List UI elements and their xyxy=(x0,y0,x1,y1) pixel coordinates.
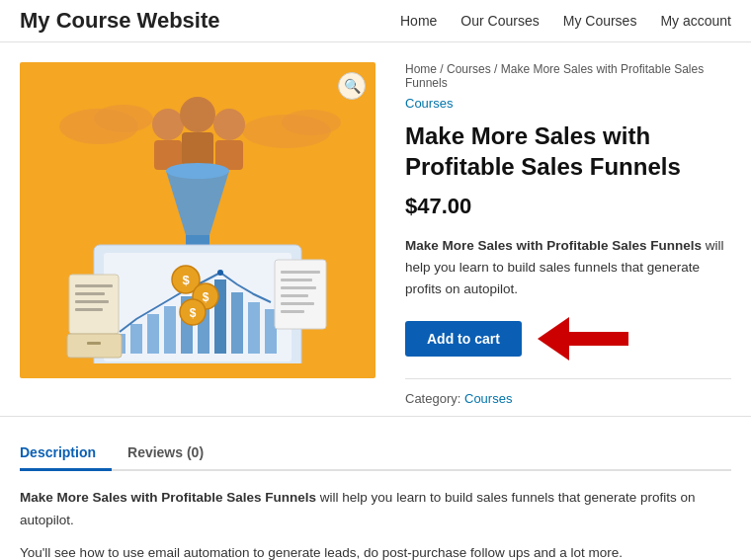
svg-rect-38 xyxy=(75,292,105,295)
svg-point-4 xyxy=(282,110,341,135)
svg-rect-20 xyxy=(147,314,159,354)
product-title: Make More Sales with Profitable Sales Fu… xyxy=(405,120,731,182)
svg-rect-46 xyxy=(281,286,316,289)
nav-home[interactable]: Home xyxy=(400,13,437,29)
svg-rect-44 xyxy=(281,271,320,274)
svg-rect-41 xyxy=(67,334,122,358)
svg-point-29 xyxy=(217,270,223,276)
category-label: Category: xyxy=(405,391,460,406)
svg-rect-49 xyxy=(281,310,304,313)
svg-text:$: $ xyxy=(182,273,190,287)
breadcrumb-home[interactable]: Home xyxy=(405,62,437,76)
breadcrumb: Home / Courses / Make More Sales with Pr… xyxy=(405,62,731,90)
product-description-bold: Make More Sales with Profitable Sales Fu… xyxy=(405,238,702,253)
svg-rect-37 xyxy=(75,284,113,287)
nav-my-courses[interactable]: My Courses xyxy=(563,13,637,29)
svg-rect-26 xyxy=(248,302,260,354)
arrow-head xyxy=(538,317,569,360)
svg-rect-8 xyxy=(182,132,213,166)
tab-description-content: Make More Sales with Profitable Sales Fu… xyxy=(20,487,731,560)
tabs-bar: Description Reviews (0) xyxy=(20,437,731,471)
svg-point-13 xyxy=(166,163,229,179)
svg-rect-45 xyxy=(281,279,312,281)
tab-reviews[interactable]: Reviews (0) xyxy=(127,437,219,471)
svg-text:$: $ xyxy=(203,290,209,304)
magnify-icon[interactable]: 🔍 xyxy=(338,72,366,100)
product-image-container: 🔍 xyxy=(20,62,376,406)
add-to-cart-row: Add to cart xyxy=(405,317,731,360)
product-details: Home / Courses / Make More Sales with Pr… xyxy=(405,62,731,406)
svg-rect-40 xyxy=(75,308,103,311)
add-to-cart-button[interactable]: Add to cart xyxy=(405,321,522,357)
site-header: My Course Website Home Our Courses My Co… xyxy=(0,0,751,42)
svg-point-7 xyxy=(180,97,215,132)
product-image: 🔍 xyxy=(20,62,376,378)
arrow-body xyxy=(569,332,628,346)
tabs-section: Description Reviews (0) Make More Sales … xyxy=(0,416,751,560)
category-value-link[interactable]: Courses xyxy=(464,391,512,406)
tab-desc-bold: Make More Sales with Profitable Sales Fu… xyxy=(20,490,316,505)
svg-rect-42 xyxy=(87,342,101,345)
svg-rect-36 xyxy=(69,275,119,334)
main-nav: Home Our Courses My Courses My account xyxy=(400,13,731,29)
product-price: $47.00 xyxy=(405,194,731,219)
svg-point-9 xyxy=(213,109,245,140)
site-logo: My Course Website xyxy=(20,8,220,34)
svg-rect-47 xyxy=(281,294,308,297)
tab-description-line1: Make More Sales with Profitable Sales Fu… xyxy=(20,487,731,532)
main-content: 🔍 xyxy=(0,42,751,406)
svg-rect-48 xyxy=(281,302,314,305)
svg-rect-21 xyxy=(164,306,176,354)
tab-description-line2: You'll see how to use email automation t… xyxy=(20,542,731,560)
product-category-link[interactable]: Courses xyxy=(405,96,731,111)
category-row: Category: Courses xyxy=(405,378,731,406)
breadcrumb-courses[interactable]: Courses xyxy=(447,62,491,76)
svg-text:$: $ xyxy=(190,306,197,320)
tab-description[interactable]: Description xyxy=(20,437,112,471)
nav-my-account[interactable]: My account xyxy=(660,13,731,29)
svg-rect-39 xyxy=(75,300,109,303)
svg-point-2 xyxy=(94,105,153,132)
svg-rect-25 xyxy=(231,292,243,354)
svg-point-5 xyxy=(152,109,184,140)
nav-our-courses[interactable]: Our Courses xyxy=(460,13,539,29)
product-illustration: $ $ $ xyxy=(40,77,356,363)
product-short-description: Make More Sales with Profitable Sales Fu… xyxy=(405,235,731,299)
red-arrow xyxy=(538,317,628,360)
svg-rect-19 xyxy=(130,324,142,354)
